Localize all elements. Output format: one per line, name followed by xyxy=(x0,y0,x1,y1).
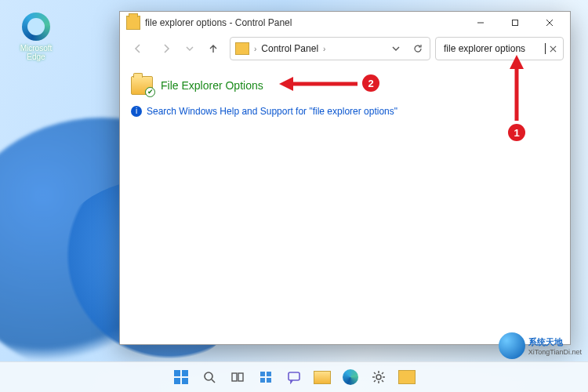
refresh-button[interactable] xyxy=(409,40,426,57)
widgets-button[interactable] xyxy=(255,366,277,388)
edge-taskbar-button[interactable] xyxy=(339,366,361,388)
titlebar[interactable]: file explorer options - Control Panel xyxy=(120,12,570,34)
search-result-item[interactable]: File Explorer Options xyxy=(131,76,559,95)
result-link-file-explorer-options[interactable]: File Explorer Options xyxy=(161,79,263,92)
svg-rect-21 xyxy=(267,378,271,383)
watermark-title: 系统天地 xyxy=(528,336,582,348)
watermark: 系统天地 XiTongTianDi.net xyxy=(499,332,582,359)
clear-search-button[interactable] xyxy=(546,42,560,56)
forward-arrow-icon xyxy=(161,43,172,54)
svg-rect-17 xyxy=(238,373,243,381)
up-button[interactable] xyxy=(201,38,225,60)
svg-rect-1 xyxy=(513,20,518,26)
gear-icon xyxy=(372,370,386,384)
chat-icon xyxy=(287,370,301,384)
svg-rect-22 xyxy=(289,372,299,380)
desktop-shortcut-label: Microsoft Edge xyxy=(13,44,60,61)
chevron-down-icon xyxy=(392,45,400,53)
control-panel-icon xyxy=(126,16,140,30)
search-help-link[interactable]: i Search Windows Help and Support for "f… xyxy=(131,106,559,117)
maximize-button[interactable] xyxy=(498,12,532,34)
svg-rect-12 xyxy=(174,378,180,384)
search-input[interactable] xyxy=(442,42,545,55)
taskbar-search-button[interactable] xyxy=(198,366,220,388)
help-link-text: Search Windows Help and Support for "fil… xyxy=(147,106,397,117)
back-button[interactable] xyxy=(126,38,150,60)
folder-icon xyxy=(314,371,331,384)
close-icon xyxy=(546,19,554,27)
navigation-row: › Control Panel › xyxy=(120,34,570,67)
folder-options-icon xyxy=(131,76,153,95)
minimize-icon xyxy=(477,19,485,27)
desktop: Microsoft Edge file explorer options - C… xyxy=(0,0,588,392)
up-arrow-icon xyxy=(208,43,219,54)
edge-icon xyxy=(22,13,50,41)
svg-rect-20 xyxy=(260,378,265,383)
chevron-right-icon[interactable]: › xyxy=(323,45,325,53)
svg-rect-13 xyxy=(182,378,188,384)
task-view-icon xyxy=(230,370,245,384)
info-icon: i xyxy=(131,106,142,117)
watermark-url: XiTongTianDi.net xyxy=(528,348,582,356)
minimize-button[interactable] xyxy=(463,12,498,34)
address-dropdown-button[interactable] xyxy=(387,40,405,57)
window-title: file explorer options - Control Panel xyxy=(145,17,292,28)
widgets-icon xyxy=(259,370,273,384)
start-button[interactable] xyxy=(170,366,192,388)
svg-point-23 xyxy=(376,375,381,379)
svg-rect-11 xyxy=(182,370,188,376)
refresh-icon xyxy=(413,44,423,53)
close-icon xyxy=(550,45,557,53)
svg-rect-10 xyxy=(174,370,180,376)
windows-icon xyxy=(173,369,189,385)
svg-rect-16 xyxy=(232,373,237,381)
chevron-right-icon[interactable]: › xyxy=(254,45,256,53)
address-bar[interactable]: › Control Panel › xyxy=(230,37,430,60)
desktop-shortcut-edge[interactable]: Microsoft Edge xyxy=(13,13,60,61)
search-icon xyxy=(202,370,216,384)
control-panel-window: file explorer options - Control Panel xyxy=(119,11,571,345)
recent-locations-button[interactable] xyxy=(183,38,197,60)
edge-icon xyxy=(343,369,358,385)
breadcrumb-segment[interactable]: Control Panel xyxy=(261,43,318,54)
control-panel-taskbar-button[interactable] xyxy=(396,366,418,388)
svg-point-14 xyxy=(205,372,212,380)
search-box[interactable] xyxy=(435,37,564,60)
svg-rect-18 xyxy=(260,372,265,376)
chat-button[interactable] xyxy=(283,366,305,388)
watermark-logo-icon xyxy=(499,332,525,359)
results-pane: File Explorer Options i Search Windows H… xyxy=(120,67,570,126)
forward-button[interactable] xyxy=(154,38,178,60)
chevron-down-icon xyxy=(186,45,194,53)
task-view-button[interactable] xyxy=(227,366,249,388)
svg-rect-19 xyxy=(267,372,271,376)
close-button[interactable] xyxy=(532,12,567,34)
control-panel-icon xyxy=(235,42,249,55)
back-arrow-icon xyxy=(132,43,143,54)
control-panel-icon xyxy=(398,370,416,384)
file-explorer-taskbar-button[interactable] xyxy=(311,366,333,388)
settings-taskbar-button[interactable] xyxy=(368,366,390,388)
taskbar[interactable] xyxy=(0,361,588,392)
svg-line-15 xyxy=(212,379,215,383)
maximize-icon xyxy=(511,19,519,27)
